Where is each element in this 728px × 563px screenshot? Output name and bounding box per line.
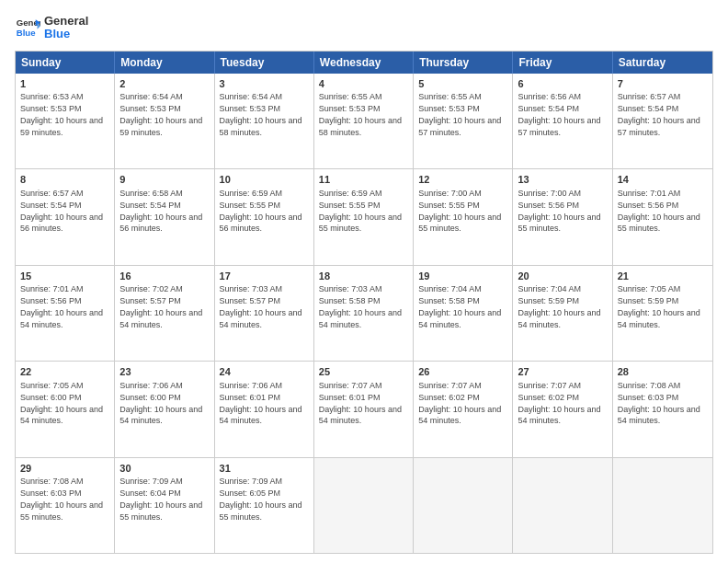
day-number: 15 (20, 270, 109, 283)
calendar-cell-11: 11Sunrise: 6:59 AMSunset: 5:55 PMDayligh… (314, 169, 414, 264)
day-info: Sunrise: 7:09 AMSunset: 6:04 PMDaylight:… (119, 477, 202, 521)
day-info: Sunrise: 7:08 AMSunset: 6:03 PMDaylight:… (20, 477, 103, 521)
header-day-thursday: Thursday (414, 52, 513, 74)
day-info: Sunrise: 6:54 AMSunset: 5:53 PMDaylight:… (220, 92, 302, 136)
calendar-cell-empty (613, 458, 712, 553)
day-number: 20 (518, 270, 607, 283)
day-info: Sunrise: 6:57 AMSunset: 5:54 PMDaylight:… (618, 92, 700, 136)
calendar-cell-3: 3Sunrise: 6:54 AMSunset: 5:53 PMDaylight… (215, 74, 314, 168)
calendar-cell-5: 5Sunrise: 6:55 AMSunset: 5:53 PMDaylight… (414, 74, 513, 168)
day-info: Sunrise: 7:09 AMSunset: 6:05 PMDaylight:… (220, 477, 302, 521)
calendar-cell-2: 2Sunrise: 6:54 AMSunset: 5:53 PMDaylight… (115, 74, 214, 168)
day-number: 17 (220, 270, 309, 283)
day-info: Sunrise: 7:06 AMSunset: 6:01 PMDaylight:… (220, 381, 302, 425)
day-number: 24 (220, 365, 309, 379)
day-number: 19 (418, 270, 507, 283)
day-number: 22 (20, 365, 109, 379)
calendar-body: 1Sunrise: 6:53 AMSunset: 5:53 PMDaylight… (16, 74, 712, 553)
day-number: 12 (418, 173, 507, 187)
day-info: Sunrise: 6:55 AMSunset: 5:53 PMDaylight:… (319, 92, 402, 136)
page: General Blue General Blue SundayMondayTu… (0, 0, 728, 563)
day-number: 30 (119, 462, 209, 476)
calendar-cell-30: 30Sunrise: 7:09 AMSunset: 6:04 PMDayligh… (115, 458, 214, 553)
logo-icon: General Blue (15, 15, 40, 40)
day-info: Sunrise: 7:07 AMSunset: 6:01 PMDaylight:… (319, 381, 402, 425)
day-number: 1 (20, 77, 109, 91)
day-number: 14 (618, 173, 708, 187)
day-info: Sunrise: 6:57 AMSunset: 5:54 PMDaylight:… (20, 189, 103, 233)
day-info: Sunrise: 7:04 AMSunset: 5:58 PMDaylight:… (418, 284, 501, 328)
calendar-cell-25: 25Sunrise: 7:07 AMSunset: 6:01 PMDayligh… (314, 362, 414, 456)
day-info: Sunrise: 6:54 AMSunset: 5:53 PMDaylight:… (119, 92, 202, 136)
day-info: Sunrise: 7:07 AMSunset: 6:02 PMDaylight:… (418, 381, 501, 425)
calendar-row-3: 15Sunrise: 7:01 AMSunset: 5:56 PMDayligh… (16, 265, 712, 361)
day-number: 23 (119, 365, 209, 379)
calendar-cell-20: 20Sunrise: 7:04 AMSunset: 5:59 PMDayligh… (513, 266, 612, 361)
calendar: SundayMondayTuesdayWednesdayThursdayFrid… (15, 51, 713, 554)
day-info: Sunrise: 7:03 AMSunset: 5:58 PMDaylight:… (319, 284, 402, 328)
day-number: 3 (220, 77, 309, 91)
svg-text:Blue: Blue (17, 28, 36, 38)
calendar-cell-29: 29Sunrise: 7:08 AMSunset: 6:03 PMDayligh… (16, 458, 115, 553)
calendar-row-4: 22Sunrise: 7:05 AMSunset: 6:00 PMDayligh… (16, 361, 712, 456)
calendar-cell-empty (314, 458, 414, 553)
day-info: Sunrise: 6:59 AMSunset: 5:55 PMDaylight:… (319, 189, 402, 233)
day-info: Sunrise: 7:07 AMSunset: 6:02 PMDaylight:… (518, 381, 600, 425)
calendar-cell-1: 1Sunrise: 6:53 AMSunset: 5:53 PMDaylight… (16, 74, 115, 168)
calendar-row-1: 1Sunrise: 6:53 AMSunset: 5:53 PMDaylight… (16, 74, 712, 168)
calendar-cell-13: 13Sunrise: 7:00 AMSunset: 5:56 PMDayligh… (513, 169, 612, 264)
calendar-cell-28: 28Sunrise: 7:08 AMSunset: 6:03 PMDayligh… (613, 362, 712, 456)
header-day-monday: Monday (115, 52, 214, 74)
calendar-cell-9: 9Sunrise: 6:58 AMSunset: 5:54 PMDaylight… (115, 169, 214, 264)
calendar-cell-27: 27Sunrise: 7:07 AMSunset: 6:02 PMDayligh… (513, 362, 612, 456)
day-info: Sunrise: 6:59 AMSunset: 5:55 PMDaylight:… (220, 189, 302, 233)
calendar-cell-22: 22Sunrise: 7:05 AMSunset: 6:00 PMDayligh… (16, 362, 115, 456)
day-number: 25 (319, 365, 408, 379)
day-info: Sunrise: 7:01 AMSunset: 5:56 PMDaylight:… (618, 189, 700, 233)
calendar-cell-empty (414, 458, 513, 553)
day-info: Sunrise: 7:01 AMSunset: 5:56 PMDaylight:… (20, 284, 103, 328)
calendar-row-2: 8Sunrise: 6:57 AMSunset: 5:54 PMDaylight… (16, 168, 712, 264)
day-number: 9 (119, 173, 209, 187)
day-number: 31 (220, 462, 309, 476)
day-info: Sunrise: 7:05 AMSunset: 6:00 PMDaylight:… (20, 381, 103, 425)
day-info: Sunrise: 7:06 AMSunset: 6:00 PMDaylight:… (119, 381, 202, 425)
calendar-cell-6: 6Sunrise: 6:56 AMSunset: 5:54 PMDaylight… (513, 74, 612, 168)
day-info: Sunrise: 6:58 AMSunset: 5:54 PMDaylight:… (119, 189, 202, 233)
calendar-row-5: 29Sunrise: 7:08 AMSunset: 6:03 PMDayligh… (16, 457, 712, 553)
day-info: Sunrise: 7:02 AMSunset: 5:57 PMDaylight:… (119, 284, 202, 328)
day-number: 10 (220, 173, 309, 187)
day-number: 28 (618, 365, 708, 379)
calendar-cell-empty (513, 458, 612, 553)
calendar-cell-7: 7Sunrise: 6:57 AMSunset: 5:54 PMDaylight… (613, 74, 712, 168)
day-number: 4 (319, 77, 408, 91)
day-number: 2 (119, 77, 209, 91)
day-info: Sunrise: 6:56 AMSunset: 5:54 PMDaylight:… (518, 92, 600, 136)
day-info: Sunrise: 7:00 AMSunset: 5:56 PMDaylight:… (518, 189, 600, 233)
calendar-cell-16: 16Sunrise: 7:02 AMSunset: 5:57 PMDayligh… (115, 266, 214, 361)
calendar-cell-21: 21Sunrise: 7:05 AMSunset: 5:59 PMDayligh… (613, 266, 712, 361)
header-day-tuesday: Tuesday (215, 52, 314, 74)
calendar-cell-23: 23Sunrise: 7:06 AMSunset: 6:00 PMDayligh… (115, 362, 214, 456)
header: General Blue General Blue (15, 15, 713, 41)
logo-text: General Blue (44, 15, 88, 41)
logo: General Blue General Blue (15, 15, 88, 41)
day-number: 26 (418, 365, 507, 379)
day-number: 21 (618, 270, 708, 283)
day-number: 29 (20, 462, 109, 476)
header-day-wednesday: Wednesday (314, 52, 414, 74)
calendar-cell-24: 24Sunrise: 7:06 AMSunset: 6:01 PMDayligh… (215, 362, 314, 456)
day-number: 8 (20, 173, 109, 187)
calendar-cell-26: 26Sunrise: 7:07 AMSunset: 6:02 PMDayligh… (414, 362, 513, 456)
calendar-header: SundayMondayTuesdayWednesdayThursdayFrid… (16, 52, 712, 74)
calendar-cell-15: 15Sunrise: 7:01 AMSunset: 5:56 PMDayligh… (16, 266, 115, 361)
day-info: Sunrise: 7:00 AMSunset: 5:55 PMDaylight:… (418, 189, 501, 233)
day-number: 13 (518, 173, 607, 187)
day-number: 16 (119, 270, 209, 283)
header-day-saturday: Saturday (613, 52, 712, 74)
calendar-cell-19: 19Sunrise: 7:04 AMSunset: 5:58 PMDayligh… (414, 266, 513, 361)
day-info: Sunrise: 7:08 AMSunset: 6:03 PMDaylight:… (618, 381, 700, 425)
day-info: Sunrise: 7:04 AMSunset: 5:59 PMDaylight:… (518, 284, 600, 328)
day-number: 6 (518, 77, 607, 91)
calendar-cell-10: 10Sunrise: 6:59 AMSunset: 5:55 PMDayligh… (215, 169, 314, 264)
